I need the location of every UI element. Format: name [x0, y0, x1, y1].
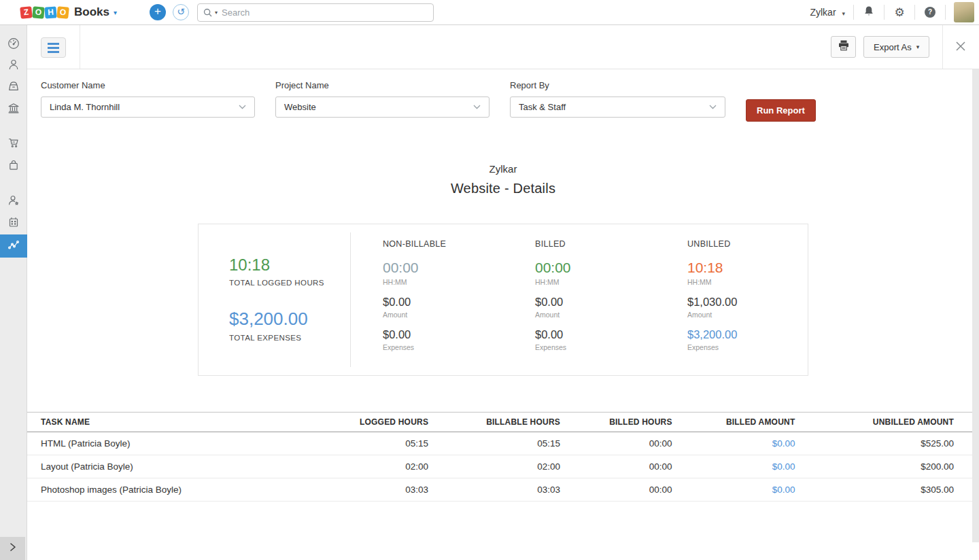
- report-by-filter: Report By Task & Staff: [510, 80, 725, 118]
- product-name: Books: [74, 5, 109, 19]
- basket-icon: [7, 80, 20, 96]
- close-icon: [955, 40, 967, 55]
- chevron-down-icon: ▾: [842, 10, 845, 17]
- customer-name-select[interactable]: Linda M. Thornhill: [41, 97, 255, 118]
- org-switcher[interactable]: Zylkar ▾: [810, 7, 845, 18]
- notifications-bell-icon[interactable]: [862, 5, 876, 20]
- table-row: HTML (Patricia Boyle) 05:15 05:15 00:00 …: [27, 432, 972, 455]
- column-header: NON-BILLABLE: [383, 239, 503, 249]
- dashboard-gauge-icon: [7, 37, 20, 53]
- total-logged-hours-label: TOTAL LOGGED HOURS: [229, 279, 350, 287]
- sidebar-item-dashboard[interactable]: [0, 35, 27, 55]
- logged-hours-cell: 05:15: [306, 432, 428, 455]
- bank-icon: [7, 101, 20, 118]
- reports-list-menu-button[interactable]: [41, 37, 66, 58]
- summary-totals: 10:18 TOTAL LOGGED HOURS $3,200.00 TOTAL…: [199, 232, 351, 367]
- divider: [884, 5, 884, 20]
- logged-hours-cell: 02:00: [306, 455, 428, 478]
- export-as-button[interactable]: Export As ▾: [863, 36, 929, 58]
- recent-activity-button[interactable]: ↺: [173, 4, 189, 20]
- billed-amount-link[interactable]: $0.00: [772, 461, 795, 472]
- summary-col-non-billable: NON-BILLABLE 00:00 HH:MM $0.00 Amount $0…: [351, 239, 503, 375]
- project-name-select[interactable]: Website: [275, 97, 490, 118]
- time-value: 10:18: [687, 260, 808, 276]
- billed-amount-cell: $0.00: [672, 478, 795, 502]
- report-toolbar: Export As ▾: [27, 25, 979, 69]
- zoho-books-logo[interactable]: Z O H O Books ▾: [20, 0, 117, 24]
- project-name-value: Website: [284, 102, 473, 112]
- shopping-bag-icon: [7, 158, 20, 175]
- sidebar-item-items[interactable]: [0, 77, 27, 98]
- expenses-value: $3,200.00: [687, 328, 808, 341]
- task-name-cell: Photoshop images (Patricia Boyle): [27, 478, 306, 502]
- total-expenses-value: $3,200.00: [229, 309, 350, 330]
- chevron-down-icon: ▾: [916, 43, 920, 50]
- recent-history-icon: ↺: [177, 6, 185, 17]
- time-value: 00:00: [383, 260, 503, 276]
- amount-value: $1,030.00: [687, 296, 808, 309]
- report-filters: Customer Name Linda M. Thornhill Project…: [27, 69, 979, 129]
- print-button[interactable]: [831, 36, 856, 58]
- sidebar-item-reports[interactable]: [0, 234, 27, 258]
- topbar: Z O H O Books ▾ + ↺ ▾ Zylkar ▾ ⚙ ?: [0, 0, 979, 25]
- logo-tile: O: [56, 6, 69, 19]
- sidebar-item-purchases[interactable]: [0, 156, 27, 177]
- close-report-button[interactable]: [953, 40, 968, 55]
- scrollbar-track[interactable]: [972, 69, 979, 542]
- chevron-down-icon: [709, 105, 717, 109]
- sidebar-item-sales[interactable]: [0, 134, 27, 154]
- report-org-name: Zylkar: [27, 129, 979, 175]
- amount-value: $0.00: [383, 296, 503, 309]
- unbilled-amount-cell: $525.00: [795, 432, 972, 455]
- amount-label: Amount: [687, 311, 808, 319]
- divider: [914, 5, 915, 20]
- summary-col-unbilled: UNBILLED 10:18 HH:MM $1,030.00 Amount $3…: [655, 239, 808, 375]
- print-icon: [838, 39, 850, 54]
- search-scope-caret-icon[interactable]: ▾: [215, 10, 218, 16]
- tasks-table: TASK NAME LOGGED HOURS BILLABLE HOURS BI…: [27, 412, 972, 502]
- global-search: ▾: [197, 3, 434, 22]
- run-report-button[interactable]: Run Report: [746, 99, 816, 122]
- billed-hours-cell: 00:00: [560, 478, 672, 502]
- logo-tile: H: [44, 6, 56, 18]
- billed-amount-link[interactable]: $0.00: [772, 485, 795, 495]
- sidebar-item-contacts[interactable]: [0, 56, 27, 76]
- billable-hours-cell: 05:15: [428, 432, 560, 455]
- total-expenses-label: TOTAL EXPENSES: [229, 334, 350, 342]
- col-header-billable-hours: BILLABLE HOURS: [428, 413, 560, 432]
- time-unit-label: HH:MM: [383, 278, 503, 286]
- sidebar-item-accountant[interactable]: [0, 213, 27, 234]
- report-title: Website - Details: [27, 181, 979, 196]
- search-input[interactable]: [222, 7, 428, 18]
- sidebar-item-banking[interactable]: [0, 99, 27, 120]
- divider: [853, 5, 854, 20]
- report-by-select[interactable]: Task & Staff: [510, 97, 725, 118]
- logo-tile: O: [32, 6, 44, 18]
- sidebar-item-time-tracking[interactable]: [0, 192, 27, 212]
- user-avatar[interactable]: [954, 2, 974, 22]
- project-filter: Project Name Website: [275, 80, 490, 118]
- time-unit-label: HH:MM: [687, 278, 808, 286]
- col-header-task-name: TASK NAME: [27, 413, 306, 432]
- quick-create-button[interactable]: +: [150, 4, 166, 20]
- expenses-label: Expenses: [383, 343, 503, 351]
- amount-label: Amount: [535, 311, 655, 319]
- table-header-row: TASK NAME LOGGED HOURS BILLABLE HOURS BI…: [27, 413, 972, 432]
- billable-hours-cell: 02:00: [428, 455, 560, 478]
- sidebar-expand-button[interactable]: [0, 537, 25, 560]
- billed-amount-link[interactable]: $0.00: [772, 438, 795, 449]
- org-name: Zylkar: [810, 7, 836, 18]
- col-header-logged-hours: LOGGED HOURS: [306, 413, 428, 432]
- column-header: UNBILLED: [687, 239, 808, 249]
- help-icon[interactable]: ?: [925, 7, 935, 18]
- customer-filter: Customer Name Linda M. Thornhill: [41, 80, 255, 118]
- logged-hours-cell: 03:03: [306, 478, 428, 502]
- time-value: 00:00: [535, 260, 655, 276]
- total-logged-hours-value: 10:18: [229, 256, 350, 275]
- billed-hours-cell: 00:00: [560, 455, 672, 478]
- chevron-down-icon: ▾: [114, 9, 117, 16]
- settings-gear-icon[interactable]: ⚙: [893, 5, 906, 20]
- divider: [942, 25, 943, 69]
- expenses-label: Expenses: [535, 343, 655, 351]
- person-star-icon: [7, 194, 20, 210]
